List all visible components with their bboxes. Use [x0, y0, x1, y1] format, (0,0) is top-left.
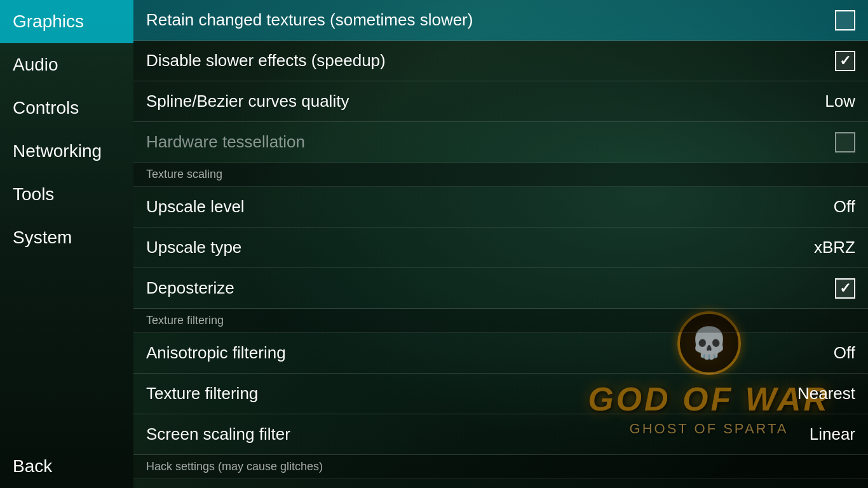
sidebar-item-graphics[interactable]: Graphics	[0, 0, 133, 43]
checkbox-hardware-tessellation[interactable]	[835, 132, 855, 152]
row-value-anisotropic-filtering: Off	[834, 343, 855, 363]
sidebar-item-networking[interactable]: Networking	[0, 130, 133, 173]
settings-row-anisotropic-filtering[interactable]: Anisotropic filteringOff	[133, 333, 868, 374]
section-header-label: Texture scaling	[146, 168, 222, 180]
row-label-anisotropic-filtering: Anisotropic filtering	[146, 343, 286, 363]
settings-row-timer-hack[interactable]: Timer hack	[133, 479, 868, 488]
row-value-screen-scaling-filter: Linear	[810, 424, 855, 444]
settings-row-upscale-type[interactable]: Upscale typexBRZ	[133, 227, 868, 268]
sidebar: GraphicsAudioControlsNetworkingToolsSyst…	[0, 0, 133, 488]
section-header-texture-scaling-header: Texture scaling	[133, 163, 868, 187]
settings-row-retain-textures[interactable]: Retain changed textures (sometimes slowe…	[133, 0, 868, 41]
row-label-spline-quality: Spline/Bezier curves quality	[146, 92, 349, 111]
section-header-texture-filtering-header: Texture filtering	[133, 309, 868, 333]
back-button[interactable]: Back	[0, 445, 133, 488]
row-value-upscale-level: Off	[834, 197, 855, 217]
section-header-hack-settings-header: Hack settings (may cause glitches)	[133, 455, 868, 479]
row-label-deposterize: Deposterize	[146, 278, 234, 298]
row-label-texture-filtering: Texture filtering	[146, 384, 258, 403]
settings-row-upscale-level[interactable]: Upscale levelOff	[133, 187, 868, 227]
sidebar-item-controls[interactable]: Controls	[0, 86, 133, 130]
row-label-disable-slower: Disable slower effects (speedup)	[146, 51, 386, 71]
row-value-texture-filtering: Nearest	[797, 384, 855, 403]
settings-row-texture-filtering[interactable]: Texture filteringNearest	[133, 374, 868, 414]
sidebar-item-system[interactable]: System	[0, 216, 133, 259]
row-label-upscale-level: Upscale level	[146, 197, 245, 217]
settings-row-spline-quality[interactable]: Spline/Bezier curves qualityLow	[133, 81, 868, 122]
checkbox-deposterize[interactable]	[835, 278, 855, 299]
section-header-label: Hack settings (may cause glitches)	[146, 460, 323, 473]
checkbox-retain-textures[interactable]	[835, 10, 855, 30]
row-label-screen-scaling-filter: Screen scaling filter	[146, 424, 290, 444]
sidebar-item-tools[interactable]: Tools	[0, 173, 133, 216]
settings-row-disable-slower[interactable]: Disable slower effects (speedup)	[133, 41, 868, 81]
settings-row-hardware-tessellation[interactable]: Hardware tessellation	[133, 122, 868, 163]
row-label-retain-textures: Retain changed textures (sometimes slowe…	[146, 10, 473, 30]
row-value-upscale-type: xBRZ	[814, 238, 855, 257]
settings-list: Retain changed textures (sometimes slowe…	[133, 0, 868, 488]
section-header-label: Texture filtering	[146, 314, 224, 327]
row-value-spline-quality: Low	[825, 92, 855, 111]
sidebar-item-audio[interactable]: Audio	[0, 43, 133, 86]
row-label-hardware-tessellation: Hardware tessellation	[146, 132, 305, 152]
main-content: 💀 GOD OF WAR GHOST OF SPARTA Retain chan…	[133, 0, 868, 488]
settings-row-screen-scaling-filter[interactable]: Screen scaling filterLinear	[133, 414, 868, 455]
checkbox-disable-slower[interactable]	[835, 51, 855, 71]
settings-row-deposterize[interactable]: Deposterize	[133, 268, 868, 309]
row-label-upscale-type: Upscale type	[146, 238, 241, 257]
